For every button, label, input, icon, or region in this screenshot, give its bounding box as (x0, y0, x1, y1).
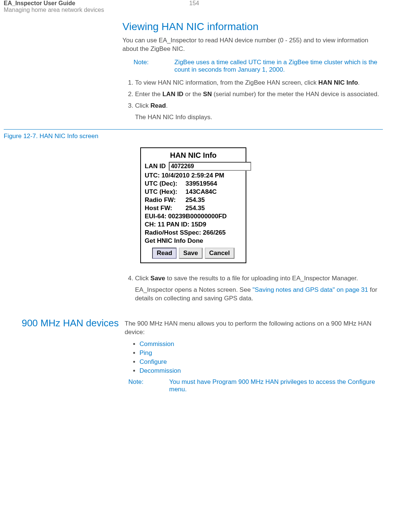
lan-id-label: LAN ID (145, 163, 166, 170)
radio-fw-value: 254.35 (185, 196, 205, 204)
note2-label: Note: (128, 378, 169, 393)
status-line: Get HNIC Info Done (145, 237, 242, 245)
step-2-text-c: or the (183, 91, 203, 98)
save-button[interactable]: Save (179, 248, 203, 259)
cancel-button[interactable]: Cancel (205, 248, 234, 259)
note2-text: You must have Program 900 MHz HAN privil… (169, 378, 383, 393)
utc-dec-label: UTC (Dec): (145, 180, 185, 187)
figure-divider (4, 129, 383, 130)
lan-id-input[interactable] (169, 162, 251, 171)
intro-paragraph: You can use EA_Inspector to read HAN dev… (122, 36, 383, 53)
step-2-bold-1: LAN ID (162, 91, 184, 98)
step-2: Enter the LAN ID or the SN (serial numbe… (135, 90, 383, 99)
step-1-text-a: To view HAN NIC information, from the Zi… (135, 79, 318, 86)
step-4: Click Save to save the results to a file… (135, 274, 383, 303)
radio-fw-label: Radio FW: (145, 196, 185, 204)
bullet-ping[interactable]: Ping (139, 349, 152, 356)
step-3-bold: Read (151, 102, 166, 109)
step-1-text-c: . (358, 79, 360, 86)
read-button[interactable]: Read (152, 248, 177, 259)
utc-hex-value: 143CA84C (185, 188, 217, 196)
step-3-text-a: Click (135, 102, 151, 109)
step-4-sub: EA_Inspector opens a Notes screen. See "… (135, 286, 383, 303)
han-panel-title: HAN NIC Info (145, 151, 242, 160)
bullet-commission[interactable]: Commission (139, 340, 174, 347)
note2-text-a: You must have (169, 378, 213, 385)
host-fw-label: Host FW: (145, 205, 185, 212)
step-2-bold-2: SN (203, 91, 212, 98)
ch-pan-line: CH: 11 PAN ID: 15D9 (145, 221, 242, 228)
note-label: Note: (134, 59, 174, 74)
section-heading-900mhz: 900 MHz HAN devices (4, 317, 125, 329)
eui-line: EUI-64: 00239B00000000FD (145, 213, 242, 220)
han-nic-info-panel: HAN NIC Info LAN ID UTC: 10/4/2010 2:59:… (140, 147, 246, 263)
step-1: To view HAN NIC information, from the Zi… (135, 79, 383, 87)
host-fw-value: 254.35 (185, 205, 205, 212)
saving-notes-link[interactable]: "Saving notes and GPS data" on page 31 (253, 286, 368, 293)
page-number: 154 (189, 0, 199, 7)
doc-subtitle: Managing home area network devices (4, 7, 189, 13)
step-4-bold: Save (151, 275, 165, 282)
sspec-line: Radio/Host SSpec: 266/265 (145, 229, 242, 236)
section2-intro: The 900 MHz HAN menu allows you to perfo… (125, 320, 383, 337)
utc-line: UTC: 10/4/2010 2:59:24 PM (145, 172, 242, 179)
step-3-text-c: . (166, 102, 168, 109)
step-3-sub: The HAN NIC Info displays. (135, 113, 383, 122)
step-2-text-a: Enter the (135, 91, 162, 98)
step-3: Click Read. The HAN NIC Info displays. (135, 102, 383, 122)
step-4-text-c: to save the results to a file for upload… (165, 275, 358, 282)
utc-dec-value: 339519564 (185, 180, 217, 187)
step-4-sub-a: EA_Inspector opens a Notes screen. See (135, 286, 253, 293)
step-1-bold: HAN NIC Info (318, 79, 358, 86)
note-text: ZigBee uses a time called UTC time in a … (174, 59, 383, 74)
utc-hex-label: UTC (Hex): (145, 188, 185, 196)
bullet-decommission[interactable]: Decommission (139, 367, 181, 374)
doc-title: EA_Inspector User Guide (4, 0, 189, 7)
bullet-configure[interactable]: Configure (139, 358, 167, 365)
step-4-text-a: Click (135, 275, 151, 282)
figure-caption: Figure 12-7. HAN NIC Info screen (4, 133, 383, 140)
section-heading-viewing-han-nic: Viewing HAN NIC information (122, 21, 383, 33)
step-2-text-e: (serial number) for the meter the HAN de… (212, 91, 379, 98)
